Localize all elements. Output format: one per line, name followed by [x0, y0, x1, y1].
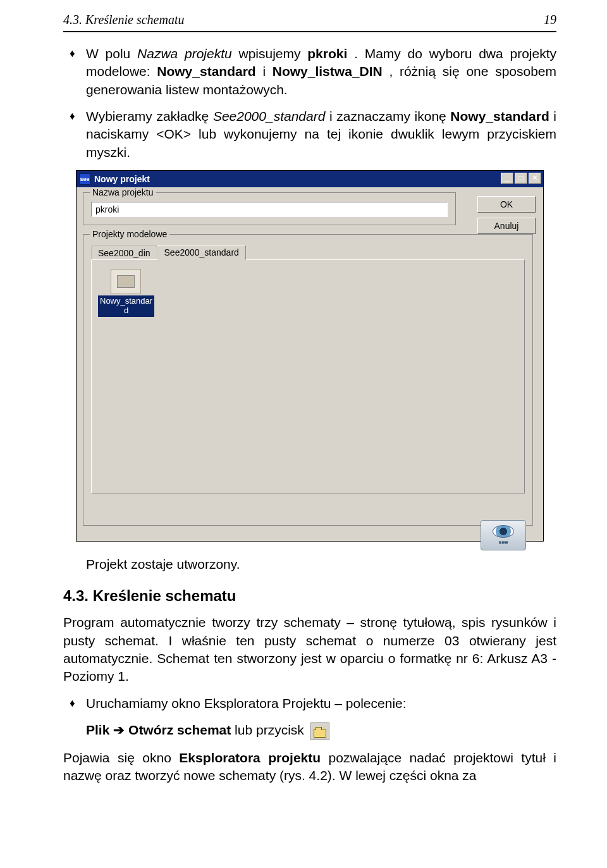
project-name-group: Nazwa projektu pkroki — [83, 192, 456, 225]
minimize-button[interactable]: _ — [501, 173, 513, 184]
paragraph-1: Program automatycznie tworzy trzy schema… — [63, 614, 556, 685]
project-created-text: Projekt zostaje utworzony. — [63, 555, 556, 573]
section-heading: 4.3. Kreślenie schematu — [63, 587, 556, 605]
bullet-icon: ♦ — [70, 47, 75, 61]
bullet-1: ♦ W polu Nazwa projektu wpisujemy pkroki… — [63, 45, 556, 99]
new-project-dialog: see Nowy projekt _ □ × OK Anuluj Nazwa p… — [76, 170, 544, 542]
page-number: 19 — [544, 13, 556, 27]
project-name-input[interactable]: pkroki — [91, 202, 448, 217]
tab-see2000-din[interactable]: See2000_din — [91, 245, 157, 260]
dialog-title: Nowy projekt — [94, 174, 150, 184]
folder-icon — [111, 269, 141, 294]
group-title-name: Nazwa projektu — [90, 187, 156, 197]
close-button[interactable]: × — [529, 173, 541, 184]
group-title-models: Projekty modelowe — [90, 229, 169, 239]
tab-panel: Nowy_standar d — [91, 259, 525, 493]
header-title: 4.3. Kreślenie schematu — [63, 13, 184, 27]
model-folder-item[interactable]: Nowy_standar d — [98, 269, 154, 317]
eye-icon — [493, 525, 514, 538]
folder-label: Nowy_standar d — [98, 295, 154, 317]
bullet-icon: ♦ — [70, 697, 75, 711]
tab-see2000-standard[interactable]: See2000_standard — [157, 245, 246, 260]
ok-button[interactable]: OK — [477, 196, 536, 213]
model-projects-group: Projekty modelowe See2000_din See2000_st… — [83, 234, 533, 526]
bullet-2: ♦ Wybieramy zakładkę See2000_standard i … — [63, 108, 556, 161]
open-file-icon[interactable] — [310, 722, 329, 740]
header-rule — [63, 31, 556, 32]
bullet-3: ♦ Uruchamiamy okno Eksploratora Projektu… — [63, 695, 556, 712]
menu-path: Plik ➔ Otwórz schemat lub przycisk — [63, 721, 556, 740]
bullet-icon: ♦ — [70, 109, 75, 124]
cancel-button[interactable]: Anuluj — [477, 218, 536, 234]
see-logo: see — [481, 520, 526, 550]
maximize-button[interactable]: □ — [515, 173, 527, 184]
dialog-titlebar[interactable]: see Nowy projekt _ □ × — [77, 171, 543, 187]
paragraph-2: Pojawia się okno Eksploratora projektu p… — [63, 749, 556, 785]
app-icon: see — [79, 173, 90, 185]
